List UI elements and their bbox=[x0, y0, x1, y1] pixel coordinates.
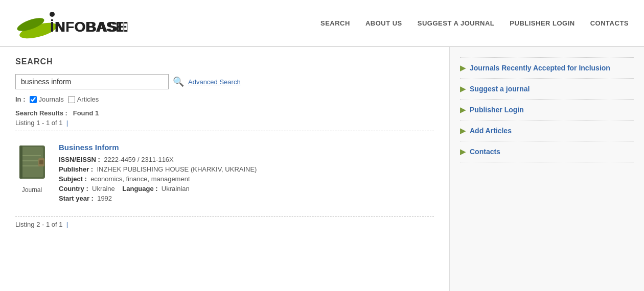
journal-icon-area: Journal bbox=[15, 143, 49, 193]
sidebar-arrow-add-articles: ▶ bbox=[460, 127, 466, 135]
bottom-divider bbox=[15, 216, 434, 216]
issn-row: ISSN/EISSN : 2222-4459 / 2311-116X bbox=[59, 156, 434, 163]
svg-text:INDEX: INDEX bbox=[122, 19, 128, 35]
journal-details: Business Inform ISSN/EISSN : 2222-4459 /… bbox=[59, 143, 434, 204]
sidebar-arrow-contacts: ▶ bbox=[460, 148, 466, 156]
sidebar-label-journals-accepted: Journals Recently Accepted for Inclusion bbox=[470, 64, 610, 72]
nav-search[interactable]: SEARCH bbox=[320, 19, 350, 27]
sidebar: ▶ Journals Recently Accepted for Inclusi… bbox=[450, 47, 644, 291]
logo-area: İNFOBASE İ NFOBASE INDEX bbox=[15, 5, 128, 41]
listing-bottom: Listing 2 - 1 of 1 | bbox=[15, 221, 434, 228]
sidebar-item-publisher-login[interactable]: ▶ Publisher Login bbox=[460, 100, 634, 120]
sidebar-arrow-journals-accepted: ▶ bbox=[460, 64, 466, 72]
nav-suggest[interactable]: SUGGEST A JOURNAL bbox=[418, 19, 495, 27]
country-language-row: Country : Ukraine Language : Ukrainian bbox=[59, 185, 434, 192]
start-year-value: 1992 bbox=[97, 195, 112, 202]
svg-text:İ: İ bbox=[50, 19, 55, 35]
results-label: Search Results : bbox=[15, 109, 67, 117]
language-label: Language : bbox=[122, 185, 157, 192]
main-nav: SEARCH ABOUT US SUGGEST A JOURNAL PUBLIS… bbox=[320, 19, 629, 27]
nav-about[interactable]: ABOUT US bbox=[365, 19, 402, 27]
sidebar-item-journals-accepted[interactable]: ▶ Journals Recently Accepted for Inclusi… bbox=[460, 57, 634, 79]
sidebar-item-contacts[interactable]: ▶ Contacts bbox=[460, 141, 634, 162]
search-section-title: SEARCH bbox=[15, 57, 434, 66]
journals-checkbox-item[interactable]: Journals bbox=[30, 95, 64, 103]
results-info: Search Results : Found 1 bbox=[15, 109, 434, 117]
listing-top: Listing 1 - 1 of 1 | bbox=[15, 119, 434, 127]
sidebar-label-suggest-journal: Suggest a journal bbox=[470, 85, 530, 93]
search-icon: 🔍 bbox=[173, 77, 184, 87]
country-label: Country : bbox=[59, 185, 88, 192]
search-bar-row: 🔍 Advanced Search bbox=[15, 74, 434, 89]
svg-text:NFOBASE: NFOBASE bbox=[55, 19, 125, 35]
results-found: Found 1 bbox=[73, 109, 99, 117]
start-year-row: Start year : 1992 bbox=[59, 195, 434, 202]
content-area: SEARCH 🔍 Advanced Search In : Journals A… bbox=[0, 47, 450, 291]
sidebar-label-add-articles: Add Articles bbox=[470, 127, 512, 135]
header: İNFOBASE İ NFOBASE INDEX SEARCH ABOUT US… bbox=[0, 0, 644, 47]
in-label: In : bbox=[15, 95, 26, 103]
articles-label: Articles bbox=[77, 95, 99, 103]
publisher-label: Publisher : bbox=[59, 165, 93, 173]
language-value: Ukrainian bbox=[162, 185, 190, 192]
listing-bottom-separator[interactable]: | bbox=[66, 221, 68, 228]
nav-contacts[interactable]: CONTACTS bbox=[590, 19, 629, 27]
journals-checkbox[interactable] bbox=[30, 96, 37, 103]
nav-publisher[interactable]: PUBLISHER LOGIN bbox=[510, 19, 574, 27]
search-input[interactable] bbox=[15, 74, 169, 89]
main-container: SEARCH 🔍 Advanced Search In : Journals A… bbox=[0, 47, 644, 291]
sidebar-item-suggest-journal[interactable]: ▶ Suggest a journal bbox=[460, 79, 634, 100]
svg-rect-9 bbox=[19, 146, 22, 179]
articles-checkbox-item[interactable]: Articles bbox=[68, 95, 99, 103]
journal-result: Journal Business Inform ISSN/EISSN : 222… bbox=[15, 135, 434, 212]
publisher-row: Publisher : INZHEK PUBLISHING HOUSE (KHA… bbox=[59, 165, 434, 173]
sidebar-label-contacts: Contacts bbox=[470, 148, 500, 156]
listing-top-separator[interactable]: | bbox=[66, 119, 68, 127]
journals-label: Journals bbox=[39, 95, 64, 103]
sidebar-arrow-publisher-login: ▶ bbox=[460, 106, 466, 114]
logo-icon: İNFOBASE İ NFOBASE INDEX bbox=[15, 5, 128, 41]
start-year-label: Start year : bbox=[59, 195, 94, 202]
top-divider bbox=[15, 131, 434, 131]
journal-title-link[interactable]: Business Inform bbox=[59, 143, 434, 152]
issn-label: ISSN/EISSN : bbox=[59, 156, 100, 163]
articles-checkbox[interactable] bbox=[68, 96, 75, 103]
in-row: In : Journals Articles bbox=[15, 95, 434, 103]
country-value: Ukraine bbox=[92, 185, 115, 192]
journal-book-icon bbox=[15, 143, 49, 184]
svg-rect-14 bbox=[39, 160, 43, 164]
subject-row: Subject : economics, finance, management bbox=[59, 175, 434, 183]
sidebar-item-add-articles[interactable]: ▶ Add Articles bbox=[460, 120, 634, 141]
sidebar-label-publisher-login: Publisher Login bbox=[470, 106, 524, 114]
sidebar-arrow-suggest-journal: ▶ bbox=[460, 85, 466, 93]
search-button[interactable]: 🔍 bbox=[173, 76, 184, 87]
subject-label: Subject : bbox=[59, 175, 87, 183]
journal-label: Journal bbox=[22, 186, 42, 193]
issn-value: 2222-4459 / 2311-116X bbox=[104, 156, 174, 163]
advanced-search-link[interactable]: Advanced Search bbox=[188, 78, 241, 86]
subject-value: economics, finance, management bbox=[90, 175, 190, 183]
publisher-value: INZHEK PUBLISHING HOUSE (KHARKIV, UKRAIN… bbox=[97, 165, 257, 173]
svg-point-2 bbox=[50, 12, 55, 17]
